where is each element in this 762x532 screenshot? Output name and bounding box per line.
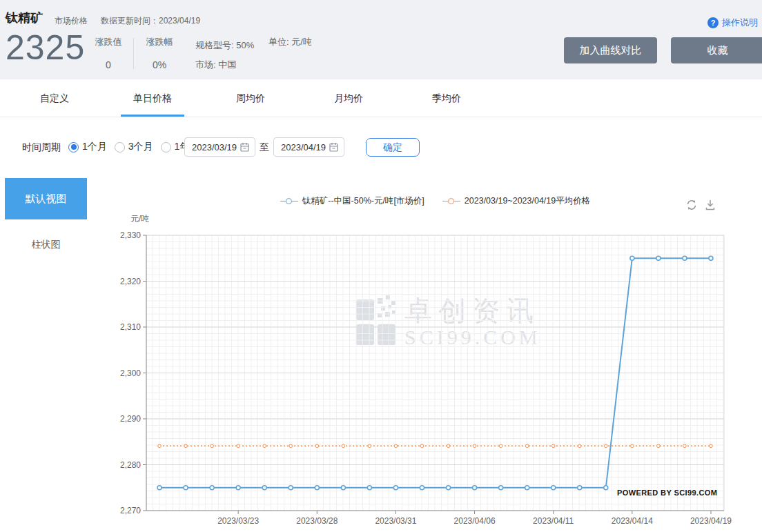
divider — [133, 38, 134, 69]
radio-label: 3个月 — [128, 141, 153, 153]
confirm-button[interactable]: 确定 — [366, 138, 420, 157]
period-label: 时间周期 — [22, 141, 61, 154]
unit-label: 单位: 元/吨 — [268, 36, 312, 48]
change-value-label: 涨跌值 — [92, 36, 124, 48]
period-radio-group: 1个月3个月1年 — [68, 137, 197, 157]
svg-text:2023/04/11: 2023/04/11 — [533, 516, 574, 526]
favorite-button[interactable]: 收藏 — [671, 37, 762, 63]
tab-bar: 自定义单日价格周均价月均价季均价 — [0, 79, 762, 117]
svg-text:2023/03/31: 2023/03/31 — [375, 516, 416, 526]
svg-text:2023/04/19: 2023/04/19 — [690, 516, 732, 526]
powered-by-label: POWERED BY SCI99.COM — [617, 489, 717, 497]
svg-text:2023/03/23: 2023/03/23 — [217, 516, 259, 526]
help-link[interactable]: ? 操作说明 — [707, 17, 758, 29]
change-value: 0 — [92, 59, 124, 70]
end-date-value: 2023/04/19 — [281, 142, 326, 152]
question-icon: ? — [707, 17, 719, 28]
update-time-value: 2023/04/19 — [159, 16, 200, 26]
period-radio-1[interactable]: 1个月 — [68, 141, 107, 153]
svg-text:2,300: 2,300 — [120, 368, 141, 378]
start-date-input[interactable]: 2023/03/19 — [184, 137, 255, 157]
tab-3[interactable]: 周均价 — [219, 79, 282, 117]
start-date-value: 2023/03/19 — [192, 142, 237, 152]
tab-1[interactable]: 自定义 — [23, 79, 86, 117]
change-pct: 0% — [144, 59, 175, 70]
tab-5[interactable]: 季均价 — [415, 79, 478, 117]
svg-text:2,290: 2,290 — [120, 414, 141, 424]
svg-text:2023/04/06: 2023/04/06 — [454, 516, 496, 526]
radio-circle-icon — [68, 142, 79, 152]
calendar-icon — [329, 142, 338, 152]
price-line-chart[interactable]: 2,2702,2802,2902,3002,3102,3202,3302023/… — [0, 173, 762, 532]
market-label: 市场: 中国 — [195, 55, 254, 75]
svg-text:2,310: 2,310 — [120, 322, 141, 332]
radio-label: 1个月 — [82, 141, 107, 153]
radio-circle-icon — [115, 142, 125, 152]
svg-text:2023/04/14: 2023/04/14 — [612, 516, 653, 526]
update-time-label: 数据更新时间： — [101, 16, 159, 26]
svg-text:2,270: 2,270 — [120, 506, 141, 515]
page-title: 钛精矿 — [6, 10, 43, 26]
svg-text:2,280: 2,280 — [120, 460, 141, 470]
svg-text:2,330: 2,330 — [120, 230, 141, 240]
update-time: 数据更新时间：2023/04/19 — [101, 15, 200, 27]
tab-2[interactable]: 单日价格 — [121, 79, 184, 117]
svg-text:2,320: 2,320 — [120, 277, 141, 286]
spec-label: 规格型号: 50% — [195, 36, 254, 55]
help-label: 操作说明 — [722, 17, 758, 29]
header: 钛精矿 市场价格 数据更新时间：2023/04/19 2325 涨跌值 0 涨跌… — [0, 0, 762, 79]
radio-dot-icon — [71, 144, 77, 150]
change-pct-label: 涨跌幅 — [144, 36, 175, 48]
end-date-input[interactable]: 2023/04/19 — [273, 137, 344, 157]
change-pct-block: 涨跌幅 0% — [144, 36, 175, 70]
svg-text:2023/03/28: 2023/03/28 — [296, 516, 338, 526]
to-label: 至 — [260, 141, 269, 154]
add-curve-compare-button[interactable]: 加入曲线对比 — [564, 37, 657, 63]
page: 钛精矿 市场价格 数据更新时间：2023/04/19 2325 涨跌值 0 涨跌… — [0, 0, 762, 532]
current-price: 2325 — [6, 29, 85, 67]
radio-circle-icon — [161, 142, 171, 152]
calendar-icon — [240, 142, 249, 152]
period-radio-2[interactable]: 3个月 — [115, 141, 153, 153]
tab-4[interactable]: 月均价 — [317, 79, 380, 117]
change-value-block: 涨跌值 0 — [92, 36, 124, 70]
market-price-label: 市场价格 — [55, 15, 88, 27]
spec-block: 规格型号: 50% 市场: 中国 — [195, 36, 254, 75]
